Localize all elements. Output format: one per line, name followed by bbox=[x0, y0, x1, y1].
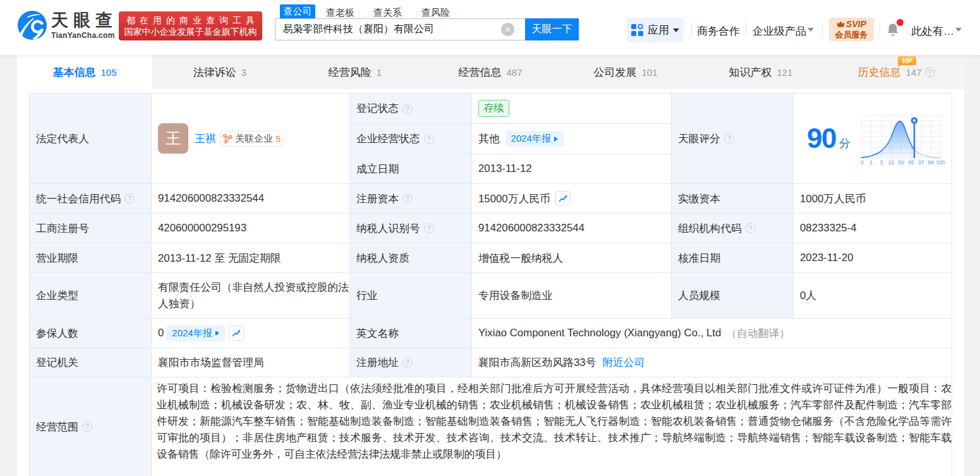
svg-text:99: 99 bbox=[928, 159, 934, 165]
svg-text:0: 0 bbox=[861, 159, 864, 165]
svg-text:3: 3 bbox=[880, 159, 883, 165]
svg-text:50: 50 bbox=[898, 159, 905, 165]
svg-text:85: 85 bbox=[908, 159, 914, 165]
svg-text:1: 1 bbox=[869, 159, 873, 165]
svg-text:97: 97 bbox=[918, 159, 924, 165]
svg-text:15: 15 bbox=[888, 159, 895, 165]
svg-text:100: 100 bbox=[936, 159, 945, 165]
